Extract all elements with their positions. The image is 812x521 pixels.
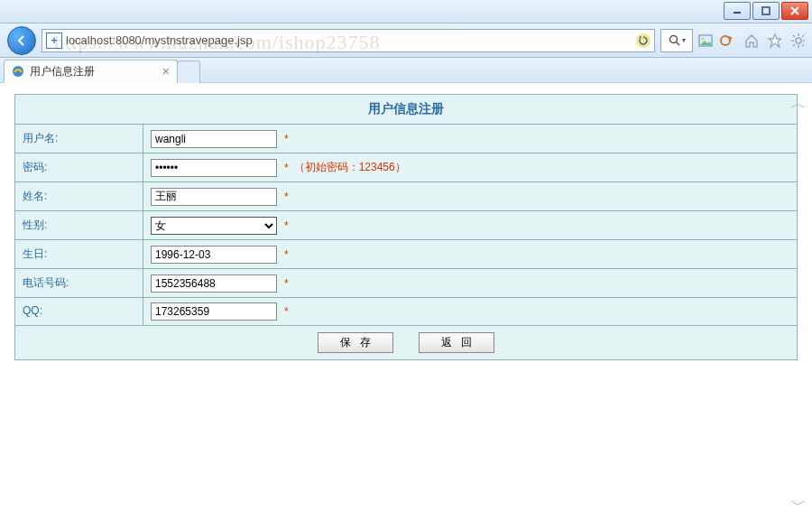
required-mark: *	[284, 133, 289, 145]
page-add-icon: +	[46, 33, 62, 49]
scroll-up-icon[interactable]: ︿	[790, 92, 807, 114]
favorites-icon[interactable]	[767, 33, 781, 48]
label-password: 密码:	[15, 154, 143, 181]
svg-line-13	[793, 35, 795, 37]
maximize-button[interactable]	[752, 2, 780, 20]
label-phone: 电话号码:	[15, 269, 143, 297]
window-titlebar	[0, 0, 812, 23]
settings-icon[interactable]	[790, 33, 805, 48]
tab-close-icon[interactable]: ×	[162, 64, 170, 79]
required-mark: *	[284, 219, 289, 232]
toolbar-right-icons	[738, 33, 805, 48]
row-password: 密码: * （初始密码：123456）	[15, 154, 797, 182]
svg-rect-1	[762, 7, 770, 14]
sync-icon[interactable]	[718, 33, 733, 48]
label-birthday: 生日:	[15, 240, 143, 268]
label-realname: 姓名:	[15, 182, 143, 210]
search-icon	[669, 34, 681, 47]
row-username: 用户名: *	[15, 125, 797, 154]
refresh-icon[interactable]	[636, 33, 651, 48]
password-input[interactable]	[151, 159, 277, 177]
save-button[interactable]: 保存	[318, 332, 393, 353]
svg-point-7	[702, 37, 705, 40]
row-birthday: 生日: *	[15, 240, 797, 269]
svg-point-8	[796, 38, 801, 43]
qq-input[interactable]	[151, 302, 277, 321]
username-input[interactable]	[151, 130, 277, 148]
password-hint: （初始密码：123456）	[294, 160, 406, 175]
form-title: 用户信息注册	[15, 95, 797, 125]
page-content: ︿ ﹀ 用户信息注册 用户名: * 密码: * （初始密码：123456） 姓名…	[0, 83, 812, 521]
svg-line-15	[802, 35, 804, 37]
row-realname: 姓名: *	[15, 182, 797, 211]
birthday-input[interactable]	[151, 246, 277, 264]
svg-line-5	[676, 42, 679, 45]
label-gender: 性别:	[15, 211, 143, 239]
svg-line-16	[793, 44, 795, 46]
tab-title: 用户信息注册	[30, 64, 95, 79]
required-mark: *	[284, 305, 289, 318]
browser-toolbar: + localhost:8080/mystnstravepage.jsp ▾	[0, 23, 812, 58]
button-row: 保存 返回	[15, 326, 797, 359]
required-mark: *	[284, 191, 289, 203]
minimize-button[interactable]	[724, 2, 751, 20]
home-icon[interactable]	[743, 33, 758, 48]
ie-favicon	[12, 65, 24, 78]
address-bar[interactable]: + localhost:8080/mystnstravepage.jsp	[42, 29, 655, 52]
image-icon[interactable]	[698, 33, 713, 48]
tab-strip: 用户信息注册 ×	[0, 58, 812, 83]
label-qq: QQ:	[15, 298, 143, 325]
row-gender: 性别: 女 *	[15, 211, 797, 240]
row-phone: 电话号码: *	[15, 269, 797, 298]
close-button[interactable]	[781, 2, 808, 20]
label-username: 用户名:	[15, 125, 143, 153]
tab-active[interactable]: 用户信息注册 ×	[4, 60, 178, 83]
registration-form: 用户信息注册 用户名: * 密码: * （初始密码：123456） 姓名: *	[14, 94, 798, 360]
back-button[interactable]	[7, 26, 36, 55]
new-tab-button[interactable]	[177, 60, 200, 83]
gender-select[interactable]: 女	[151, 217, 277, 235]
search-button[interactable]: ▾	[660, 29, 693, 52]
required-mark: *	[284, 277, 289, 290]
required-mark: *	[284, 162, 289, 174]
row-qq: QQ: *	[15, 298, 797, 326]
required-mark: *	[284, 248, 289, 261]
url-text: localhost:8080/mystnstravepage.jsp	[66, 33, 632, 47]
svg-line-14	[802, 44, 804, 46]
scroll-down-icon[interactable]: ﹀	[790, 494, 807, 516]
realname-input[interactable]	[151, 188, 277, 206]
svg-point-4	[669, 35, 677, 42]
phone-input[interactable]	[151, 274, 277, 293]
back-button-form[interactable]: 返回	[419, 332, 494, 353]
